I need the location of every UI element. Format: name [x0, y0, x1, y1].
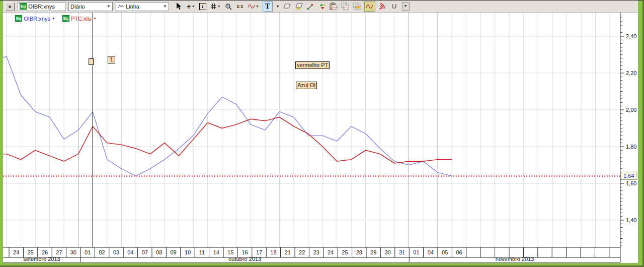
active-chart-style-button[interactable]	[364, 2, 375, 12]
crosshair-tool-button[interactable]: + ▼	[187, 2, 195, 11]
month-label: novembro 2013	[496, 256, 534, 262]
y-axis-label: 1,40	[626, 217, 636, 223]
heatmap-chart-tool-button[interactable]	[353, 2, 361, 11]
clipboard-chart-icon	[330, 3, 338, 10]
indicator-tool-button[interactable]: ▼	[248, 2, 259, 11]
y-axis-label: 2,00	[626, 107, 636, 113]
day-label: 17	[256, 249, 262, 255]
y-axis-label: 2,20	[626, 70, 636, 76]
v-gridlines	[7, 13, 610, 247]
cursor-icon	[176, 3, 182, 10]
magnifier-icon	[225, 3, 232, 10]
broadcast-icon	[379, 3, 386, 10]
day-label: 04	[428, 249, 434, 255]
day-label: 29	[370, 249, 376, 255]
one-to-one-button[interactable]: 1:1	[236, 2, 244, 11]
line-style-icon	[118, 4, 124, 9]
y-axis-label: 1,80	[626, 144, 636, 150]
x-axis[interactable]: 2425262730010203040708091011141516171821…	[3, 247, 620, 262]
wave-highlight-icon	[366, 4, 373, 9]
toolbar: ▲ Eq OIBR:xnys Diário ▼ Linha ▼	[3, 1, 638, 13]
day-label: 31	[399, 249, 405, 255]
number-annotation[interactable]: 1	[108, 56, 115, 63]
eraser-warning-icon	[295, 3, 303, 10]
day-label: 23	[313, 249, 319, 255]
eq-badge-icon: Eq	[62, 15, 69, 22]
chart-canvas[interactable]: 2,402,202,001,801,601,402425262730010203…	[3, 13, 638, 262]
legend-label: PTC:xlis	[71, 16, 92, 22]
cursor-tool-button[interactable]	[175, 2, 183, 11]
day-label: 28	[356, 249, 362, 255]
day-label: 09	[170, 249, 176, 255]
chart-type-value: Linha	[126, 4, 139, 10]
grid-icon	[210, 3, 217, 10]
info-tool-button[interactable]: i	[199, 2, 207, 11]
day-label: 05	[442, 249, 448, 255]
day-label: 30	[384, 249, 390, 255]
y-axis-label: 1,60	[626, 180, 636, 186]
day-label: 11	[199, 249, 205, 255]
day-label: 04	[127, 249, 133, 255]
plus-icon: +	[187, 2, 191, 11]
duplicate-chart-tool-button[interactable]	[341, 2, 349, 11]
chart-window: ▲ Eq OIBR:xnys Diário ▼ Linha ▼	[3, 1, 638, 263]
day-label: 26	[42, 249, 48, 255]
last-price-label: 1,64	[623, 173, 634, 179]
text-annotation-vermelho[interactable]: vermelho PT	[295, 61, 330, 69]
legend-item-oibr[interactable]: Eq OIBR:xnys ▼	[15, 15, 55, 22]
month-label: outubro 2013	[228, 256, 261, 262]
chart-legend: Eq OIBR:xnys ▼ Eq PTC:xlis ▼	[15, 15, 97, 22]
eraser-tool-button[interactable]	[283, 2, 291, 11]
day-label: 02	[99, 249, 105, 255]
day-label: 03	[113, 249, 119, 255]
period-value: Diário	[70, 4, 85, 10]
text-tool-button[interactable]: T	[263, 2, 273, 12]
frames-wave-icon	[341, 3, 349, 10]
series-line-PTC:xlis[interactable]	[3, 117, 452, 163]
day-label: 30	[70, 249, 76, 255]
zoom-tool-button[interactable]	[224, 2, 232, 11]
y-axis[interactable]: 2,402,202,001,801,601,40	[620, 18, 636, 246]
copy-chart-tool-button[interactable]	[330, 2, 338, 11]
day-label: 24	[328, 249, 334, 255]
compare-arrows-tool-button[interactable]	[318, 2, 326, 11]
erase-all-tool-button[interactable]	[295, 2, 303, 11]
chevron-down-icon: ▼	[192, 5, 195, 8]
frame-heatmap-icon	[353, 3, 361, 10]
vline-handle-annotation[interactable]	[89, 58, 94, 65]
magnet-tool-button[interactable]: U	[390, 2, 398, 11]
day-label: 22	[299, 249, 305, 255]
chevron-down-icon: ▼	[163, 4, 167, 9]
day-label: 16	[242, 249, 248, 255]
chevron-down-icon: ▼	[217, 5, 221, 8]
day-label: 01	[413, 249, 419, 255]
month-label: setembro 2013	[23, 256, 60, 262]
day-label: 27	[56, 249, 62, 255]
chevron-down-icon: ▼	[256, 5, 259, 8]
chevron-down-icon: ▼	[107, 4, 111, 9]
trend-flag-tool-button[interactable]	[306, 2, 314, 11]
toolbar-overflow-button[interactable]: ▼	[402, 2, 410, 11]
day-label: 15	[227, 249, 233, 255]
day-label: 10	[185, 249, 191, 255]
legend-item-ptc[interactable]: Eq PTC:xlis ▼	[62, 15, 97, 22]
streaming-tool-button[interactable]	[379, 2, 387, 11]
day-label: 01	[85, 249, 91, 255]
chevron-down-icon: ▼	[52, 17, 55, 20]
day-label: 14	[213, 249, 219, 255]
chevron-down-icon: ▼	[93, 17, 97, 20]
y-axis-label: 2,40	[626, 33, 636, 39]
grid-tool-button[interactable]: ▼	[210, 2, 221, 11]
chart-area: 2,402,202,001,801,601,402425262730010203…	[3, 13, 638, 262]
symbol-input[interactable]: Eq OIBR:xnys	[18, 2, 65, 11]
chevron-down-icon: ▼	[276, 5, 280, 8]
collapse-button[interactable]: ▲	[5, 2, 15, 11]
day-label: 18	[270, 249, 276, 255]
text-annotation-azul[interactable]: Azul OI	[296, 82, 317, 89]
legend-label: OIBR:xnys	[24, 16, 50, 22]
toolbar-tools: + ▼ i ▼	[175, 2, 410, 12]
info-icon: i	[199, 3, 206, 10]
wave-icon	[248, 4, 255, 9]
period-select[interactable]: Diário ▼	[68, 2, 113, 11]
chart-type-select[interactable]: Linha ▼	[116, 2, 169, 11]
